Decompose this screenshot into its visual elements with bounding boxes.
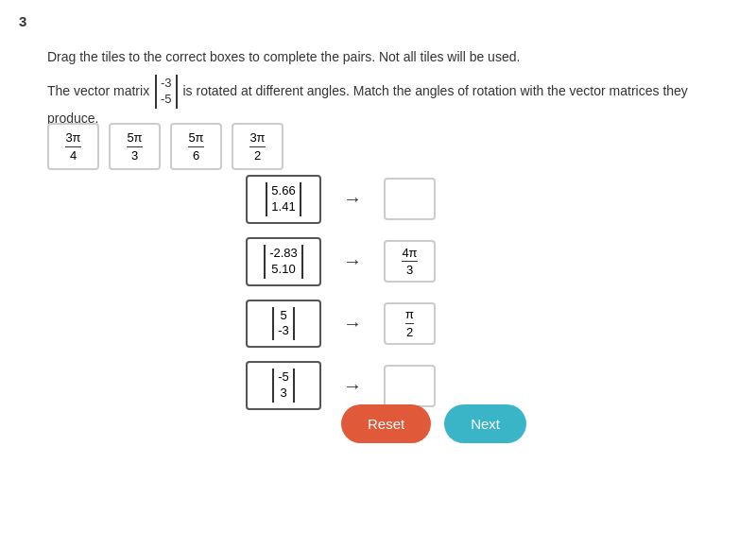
vector-1: 5.66 1.41 (246, 175, 321, 224)
tile-3pi-2[interactable]: 3π 2 (232, 123, 284, 170)
vector-4: -5 3 (246, 361, 321, 410)
answer-box-2[interactable]: 4π 3 (384, 240, 436, 283)
answer-box-3[interactable]: π 2 (384, 302, 436, 345)
arrow-2: → (338, 250, 367, 272)
page-number: 3 (19, 13, 26, 29)
source-matrix: -3 -5 (155, 75, 178, 109)
pair-row-2: -2.83 5.10 → 4π 3 (246, 237, 436, 286)
instructions: Drag the tiles to the correct boxes to c… (47, 47, 728, 129)
reset-button[interactable]: Reset (341, 404, 431, 443)
tile-5pi-6[interactable]: 5π 6 (170, 123, 222, 170)
arrow-3: → (338, 313, 367, 335)
pairs-area: 5.66 1.41 → -2.83 5.10 → 4π 3 5 -3 (246, 175, 436, 410)
pair-row-1: 5.66 1.41 → (246, 175, 436, 224)
arrow-4: → (338, 375, 367, 397)
buttons-row: Reset Next (341, 404, 526, 443)
arrow-1: → (338, 188, 367, 210)
answer-box-4[interactable] (384, 365, 436, 407)
answer-box-1[interactable] (384, 178, 436, 220)
pair-row-3: 5 -3 → π 2 (246, 300, 436, 349)
instruction-line2: The vector matrix -3 -5 is rotated at di… (47, 75, 728, 129)
vector-3: 5 -3 (246, 300, 321, 349)
tiles-area: 3π 4 5π 3 5π 6 3π 2 (47, 123, 284, 170)
vector-2: -2.83 5.10 (246, 237, 321, 286)
instruction-line1: Drag the tiles to the correct boxes to c… (47, 47, 728, 67)
next-button[interactable]: Next (444, 404, 526, 443)
tile-3pi-4[interactable]: 3π 4 (47, 123, 99, 170)
tile-5pi-3[interactable]: 5π 3 (109, 123, 161, 170)
pair-row-4: -5 3 → (246, 361, 436, 410)
